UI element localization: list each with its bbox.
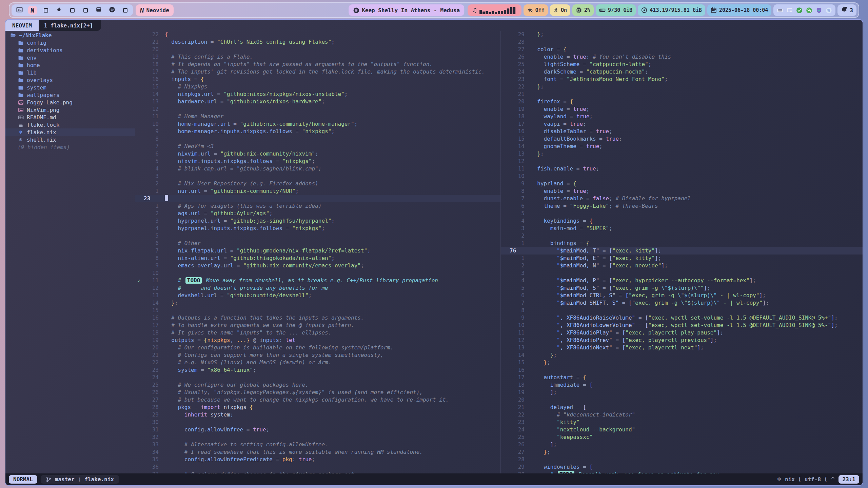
tree-item-readme.md[interactable]: README.md xyxy=(5,114,135,121)
shield-icon[interactable] xyxy=(816,7,822,14)
code-line[interactable]: 8 xyxy=(135,135,500,143)
music-widget[interactable]: Keep Shelly In Athens - Medusa xyxy=(349,4,464,16)
code-line[interactable]: 23 system = "x86_64-linux"; xyxy=(135,366,500,374)
tree-item-overlays[interactable]: overlays xyxy=(5,76,135,84)
workspace-1-terminal-icon[interactable] xyxy=(15,6,24,15)
code-line[interactable]: 2 # Nix User Repository (e.g. Firefox ad… xyxy=(135,180,500,187)
tree-item-system[interactable]: system xyxy=(5,84,135,91)
code-line[interactable]: 15 }; xyxy=(501,359,863,366)
code-line[interactable]: 29 inherit system; xyxy=(135,411,500,419)
code-line[interactable]: 10 xyxy=(501,172,863,180)
code-line[interactable]: 15 # Nixpkgs xyxy=(135,83,500,90)
code-line[interactable]: 4 keybindings = { xyxy=(501,217,863,225)
code-pane-left[interactable]: 22{ 21 description = "ChUrl's NixOS conf… xyxy=(135,31,500,473)
code-line[interactable]: 37 # Overlays define changes in the nixp… xyxy=(135,471,500,473)
tree-item-wallpapers[interactable]: wallpapers xyxy=(5,91,135,99)
code-line[interactable]: 29 }; xyxy=(501,31,863,38)
tree-item-lib[interactable]: lib xyxy=(5,69,135,76)
code-line[interactable]: 19 # This config is a Flake. xyxy=(135,53,500,61)
code-line[interactable]: 11 ", XF86AudioPlay" = ["exec, playerctl… xyxy=(501,329,863,337)
tree-item-flake.lock[interactable]: flake.lock xyxy=(5,121,135,128)
code-line[interactable]: 22 }; xyxy=(501,83,863,90)
code-line[interactable]: 23 "kitty" xyxy=(501,419,863,426)
code-line[interactable]: 19 outputs = {nixpkgs, ...} @ inputs: le… xyxy=(135,337,500,344)
code-line[interactable]: 25 # We configure our global packages he… xyxy=(135,381,500,389)
code-line[interactable]: 3 hyprpanel.url = "github:jas-singhfsu/h… xyxy=(135,217,500,225)
code-line[interactable]: 1 "$mainMod, E" = ["exec, kitty"]; xyxy=(501,255,863,262)
workspace-9-workspace-dot-icon[interactable] xyxy=(121,6,130,15)
code-line[interactable]: 12 # and doesn't provide any benefits fo… xyxy=(135,284,500,292)
code-line[interactable]: 6 # Other xyxy=(135,240,500,247)
code-line[interactable]: 7 # NeoVim <3 xyxy=(135,143,500,150)
code-line[interactable]: ✓11 # TODO Move away from devshell, as i… xyxy=(135,277,500,284)
code-line[interactable]: 5 xyxy=(135,232,500,240)
clock-widget[interactable]: 2025-06-18 00:04 xyxy=(707,4,772,16)
code-line[interactable]: 10 home-manager.url = "github:nix-commun… xyxy=(135,120,500,128)
code-line[interactable]: 12 xyxy=(135,105,500,113)
tree-item-foggy-lake.png[interactable]: Foggy-Lake.png xyxy=(5,99,135,106)
code-line[interactable]: 18 wayland = true; xyxy=(501,113,863,120)
code-line[interactable]: 32 xyxy=(135,433,500,441)
workspace-5-workspace-dot-icon[interactable] xyxy=(68,6,77,15)
tab-flake-nix[interactable]: 1 flake.nix[2+] xyxy=(39,20,101,31)
network-widget[interactable]: Off xyxy=(524,4,548,16)
workspace-2-neovide-icon[interactable]: N xyxy=(28,6,37,15)
tree-item-shell.nix[interactable]: ❄shell.nix xyxy=(5,136,135,143)
code-line[interactable]: 22 # "kdeconnect-indicator" xyxy=(501,411,863,419)
check-circle-icon[interactable] xyxy=(796,7,803,14)
code-line[interactable]: 3 xyxy=(135,172,500,180)
code-line[interactable]: 3 xyxy=(501,269,863,277)
code-line[interactable]: 16 xyxy=(501,366,863,374)
code-line[interactable]: 7 nix-flatpak.url = "github:gmodena/nix-… xyxy=(135,247,500,255)
code-line[interactable]: 7 "$mainMod SHIFT, S" = ["exec, grim -g … xyxy=(501,299,863,307)
code-line[interactable]: 33 # Alternative to setting config.allow… xyxy=(135,441,500,448)
code-line[interactable]: ✓30 # TODO Doesn't work, use focus_on_ac… xyxy=(501,471,863,473)
code-line[interactable]: 8 xyxy=(501,307,863,314)
code-line[interactable]: 5 xyxy=(501,210,863,217)
cpu-widget[interactable]: 2% xyxy=(572,4,594,16)
code-line[interactable]: 9 hyprland = { xyxy=(501,180,863,187)
code-line[interactable]: 11 # Home Manager xyxy=(135,113,500,120)
code-line[interactable]: 11 fish.enable = true; xyxy=(501,165,863,172)
code-line[interactable]: 6 theme = "Foggy-Lake"; # Three-Bears xyxy=(501,202,863,210)
disk-widget[interactable]: 413.19/915.81 GiB xyxy=(638,4,705,16)
app-button[interactable]: N Neovide xyxy=(136,4,174,16)
code-line[interactable]: 9 emacs-overlay.url = "github:nix-commun… xyxy=(135,262,500,269)
code-line[interactable]: 25 "keepassxc" xyxy=(501,433,863,441)
notifications-widget[interactable]: 3 xyxy=(837,4,856,16)
code-line[interactable]: 36 xyxy=(135,463,500,471)
tree-item-flake.nix[interactable]: ❄flake.nix xyxy=(5,128,135,136)
code-line[interactable]: 20 # Our configuration is buildable on t… xyxy=(135,344,500,351)
code-line[interactable]: 28 pkgs = import nixpkgs { xyxy=(135,404,500,411)
workspace-7-window-dark-icon[interactable] xyxy=(94,6,103,15)
workspace-3-workspace-dot-icon[interactable] xyxy=(41,6,50,15)
code-line[interactable]: 2 xyxy=(501,232,863,240)
code-line[interactable]: 21 description = "ChUrl's NixOS config u… xyxy=(135,38,500,46)
code-line[interactable]: 17 autostart = { xyxy=(501,374,863,381)
code-line[interactable]: 6 "$mainMod CTRL, S" = ["exec, grim -g \… xyxy=(501,292,863,299)
code-line[interactable]: 27 # but because we want to change the n… xyxy=(135,396,500,404)
visualizer-widget[interactable]: ♫ xyxy=(468,4,519,16)
code-line[interactable]: 28 xyxy=(501,456,863,463)
code-line[interactable]: 19 enable = true; xyxy=(501,105,863,113)
code-line[interactable]: 13 ", XF86AudioNext" = ["exec, playerctl… xyxy=(501,344,863,351)
keyboard-icon[interactable] xyxy=(777,7,783,14)
code-line[interactable]: 21 # Configs can support more than a sin… xyxy=(135,351,500,359)
code-line[interactable]: 26 ]; xyxy=(501,441,863,448)
code-line-current[interactable]: 23 xyxy=(135,195,500,202)
code-line[interactable]: 12 xyxy=(501,158,863,165)
code-line[interactable]: 28 xyxy=(501,38,863,46)
code-line[interactable]: 17 # To handle extra arguments we use th… xyxy=(135,322,500,329)
code-line[interactable]: 27 color = { xyxy=(501,46,863,53)
clipboard-icon[interactable] xyxy=(787,7,793,13)
code-line[interactable]: 9 home-manager.inputs.nixpkgs.follows = … xyxy=(135,128,500,135)
code-line[interactable]: 14 }; xyxy=(501,351,863,359)
memory-widget[interactable]: 9/30 GiB xyxy=(596,4,636,16)
code-line[interactable]: 18 # It depends on "inputs" that are pas… xyxy=(135,61,500,68)
git-segment[interactable]: master ) flake.nix xyxy=(41,475,119,484)
code-line[interactable]: 18 # It gives the name "inputs" to the .… xyxy=(135,329,500,337)
code-line[interactable]: 20 firefox = { xyxy=(501,98,863,105)
code-line[interactable]: 13 devshell.url = "github:numtide/devshe… xyxy=(135,292,500,299)
code-line[interactable]: 6 nixvim.url = "github:nix-community/nix… xyxy=(135,150,500,158)
code-line[interactable]: 4 hyprpanel.inputs.nixpkgs.follows = "ni… xyxy=(135,225,500,232)
